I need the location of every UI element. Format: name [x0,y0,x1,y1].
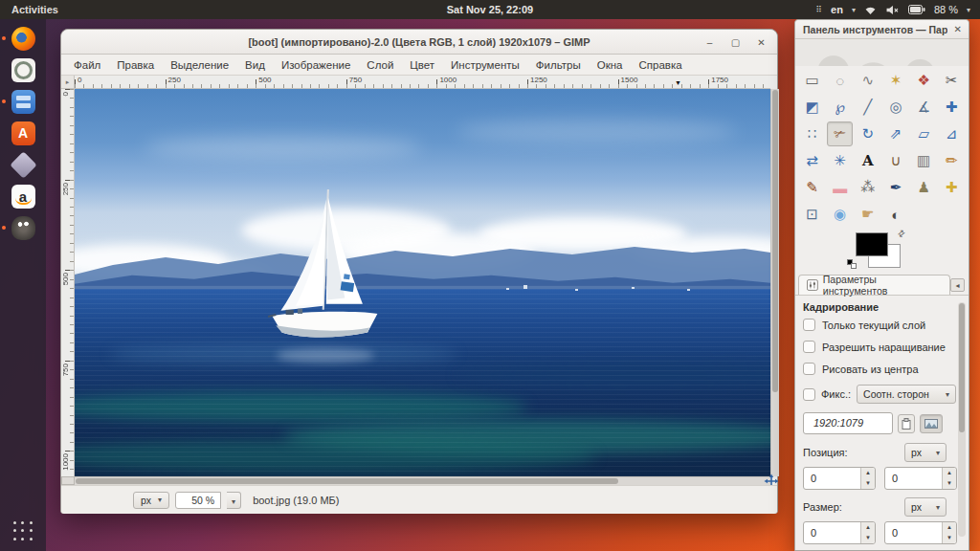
tool-color-picker[interactable]: ╱ [855,95,880,120]
battery-icon [908,5,925,14]
menu-Изображение[interactable]: Изображение [281,59,350,71]
dock-item-amazon[interactable]: a [6,184,40,209]
tool-smudge[interactable]: ☛ [855,202,880,227]
tool-blur[interactable]: ◉ [827,202,853,227]
vertical-scrollbar[interactable] [770,89,779,476]
checkbox[interactable] [803,319,815,331]
cloud-wisp [145,136,423,159]
maximize-button[interactable]: ▢ [727,34,744,51]
quick-mask-toggle[interactable] [61,476,75,485]
position-unit-dropdown[interactable]: px▾ [904,443,947,462]
tool-airbrush[interactable]: ⁂ [855,175,880,200]
tool-foreground-select[interactable]: ◩ [799,95,825,120]
dock-item-gimp[interactable] [6,215,40,240]
tab-tool-options[interactable]: Параметры инструментов [798,275,950,295]
tool-bucket-fill[interactable]: ∪ [882,148,908,173]
tool-free-select[interactable]: ∿ [855,68,880,93]
menu-Инструменты[interactable]: Инструменты [451,59,520,71]
landscape-toggle-button[interactable] [920,414,943,433]
reset-colors-icon[interactable] [847,259,858,270]
position-y-spinner[interactable]: 0 ▲▼ [884,467,957,490]
dock-item-files[interactable] [6,89,40,114]
language-indicator[interactable]: en [831,4,843,15]
fixed-mode-dropdown[interactable]: Соотн. сторон▾ [857,385,956,404]
toolbox-titlebar[interactable]: Панель инструментов — Параме… ✕ [795,20,969,39]
tool-dodge-burn[interactable]: ◐ [882,202,908,227]
tool-move[interactable]: ✚ [939,95,965,120]
checkbox[interactable] [803,363,815,375]
gimp-titlebar[interactable]: [boot] (импортировано)-2.0 (Цвета RGB, 1… [61,30,777,55]
tool-ellipse-select[interactable]: ◌ [827,68,853,93]
checkbox[interactable] [803,341,815,353]
dock-item-rhythmbox[interactable] [6,57,40,82]
perspective-clone-icon: ⊡ [806,206,818,223]
clipboard-button[interactable] [898,414,915,433]
toolbox-panel: Панель инструментов — Параме… ✕ ▭◌∿✶❖✂◩℘… [794,19,969,551]
zoom-level-field[interactable]: 50 % [175,492,221,509]
tool-rectangle-select[interactable]: ▭ [799,68,825,93]
tool-scale[interactable]: ⇗ [882,121,908,146]
dock-item-help[interactable] [6,152,40,177]
tool-shear[interactable]: ▱ [911,121,937,146]
option-row: Разрешить наращивание [803,341,958,353]
tool-select-by-color[interactable]: ❖ [911,68,937,93]
cage-transform-icon: ✳ [834,152,846,169]
system-tray[interactable]: ⠿ en ▾ 88 % ▾ [815,0,980,19]
menu-Окна[interactable]: Окна [597,59,623,71]
tool-flip[interactable]: ⇄ [799,148,825,173]
tool-paths[interactable]: ℘ [827,95,853,120]
menu-Файл[interactable]: Файл [74,59,100,71]
activities-button[interactable]: Activities [0,0,70,19]
close-icon[interactable]: ✕ [947,24,969,34]
dodge-burn-icon: ◐ [891,207,900,223]
menu-Справка[interactable]: Справка [638,59,681,71]
minimize-button[interactable]: – [702,34,718,51]
tool-perspective-clone[interactable]: ⊡ [799,202,825,227]
swap-colors-icon[interactable]: ⇄ [896,228,907,240]
horizontal-scrollbar[interactable] [75,476,770,485]
tab-menu-button[interactable]: ◂ [950,278,965,292]
menu-Слой[interactable]: Слой [367,59,393,71]
tool-eraser[interactable]: ▬ [827,175,853,200]
menu-Выделение[interactable]: Выделение [170,59,229,71]
tool-measure[interactable]: ∡ [911,95,937,120]
tool-alignment[interactable]: ∷ [799,121,825,146]
tool-ink[interactable]: ✒ [882,175,908,200]
size-height-spinner[interactable]: 0 ▲▼ [884,521,957,544]
dock-item-ubuntu-software[interactable]: A [6,121,40,145]
distant-sail [523,285,527,289]
tool-clone[interactable]: ♟ [911,175,937,200]
position-x-spinner[interactable]: 0 ▲▼ [803,467,876,490]
tool-perspective[interactable]: ⊿ [939,121,965,146]
zoom-dropdown-button[interactable]: ▾ [227,492,241,509]
tool-zoom[interactable]: ◎ [882,95,908,120]
foreground-color-swatch[interactable] [856,232,888,256]
unit-dropdown[interactable]: px▾ [133,492,169,509]
ratio-input[interactable]: 1920:1079 [803,412,893,434]
tool-crop[interactable]: ✃ [827,121,853,146]
options-vertical-scrollbar[interactable] [958,302,966,537]
tool-paintbrush[interactable]: ✎ [799,175,825,200]
menu-Цвет[interactable]: Цвет [410,59,434,71]
tool-text[interactable]: A [855,148,880,173]
show-applications-button[interactable] [12,520,33,541]
fixed-checkbox[interactable] [803,388,815,401]
tool-cage-transform[interactable]: ✳ [827,148,853,173]
tool-heal[interactable]: ✚ [939,175,965,200]
clock[interactable]: Sat Nov 25, 22:09 [447,4,534,15]
close-button[interactable]: ✕ [753,34,769,51]
tool-scissors-select[interactable]: ✂ [939,68,965,93]
tool-pencil[interactable]: ✏ [939,148,965,173]
menu-Правка[interactable]: Правка [117,59,154,71]
size-unit-dropdown[interactable]: px▾ [904,497,947,517]
size-width-spinner[interactable]: 0 ▲▼ [803,521,876,544]
tool-gradient[interactable]: ▥ [911,148,937,173]
tool-rotate[interactable]: ↻ [855,121,880,146]
chevron-down-icon: ▾ [967,6,970,14]
menu-Вид[interactable]: Вид [245,59,265,71]
dock-item-firefox[interactable] [6,26,40,51]
image-canvas[interactable] [75,89,770,476]
ruler-corner-button[interactable]: ▸ [61,76,75,89]
menu-Фильтры[interactable]: Фильтры [536,59,581,71]
tool-fuzzy-select[interactable]: ✶ [882,68,908,93]
